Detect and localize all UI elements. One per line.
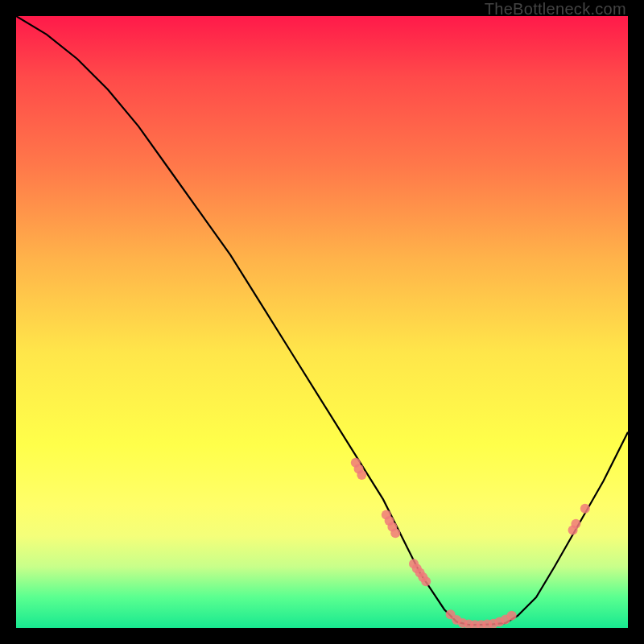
data-marker (446, 609, 456, 619)
data-marker (568, 525, 578, 535)
data-marker (409, 559, 419, 568)
chart-svg (16, 16, 628, 628)
gradient-plot-area (16, 16, 628, 628)
data-marker (387, 522, 397, 532)
data-marker (489, 619, 498, 628)
data-marker (382, 510, 391, 519)
data-marker (507, 611, 517, 621)
data-marker (385, 516, 394, 526)
watermark-text: TheBottleneck.com (485, 0, 626, 19)
data-marker (571, 519, 580, 529)
data-marker (501, 614, 510, 624)
data-marker (458, 618, 468, 628)
data-marker (390, 528, 400, 538)
data-marker (412, 564, 422, 573)
data-marker (415, 568, 425, 578)
data-marker (470, 620, 480, 628)
bottleneck-curve (16, 16, 628, 625)
data-marker (354, 464, 364, 473)
data-marker (351, 458, 361, 468)
data-marker (452, 615, 461, 625)
data-marker (464, 619, 473, 628)
data-marker (421, 576, 431, 586)
data-marker (580, 504, 590, 514)
data-markers (351, 458, 590, 628)
data-marker (357, 470, 366, 480)
data-marker (418, 572, 427, 582)
data-marker (482, 619, 492, 628)
data-marker (477, 620, 486, 628)
data-marker (494, 617, 504, 626)
